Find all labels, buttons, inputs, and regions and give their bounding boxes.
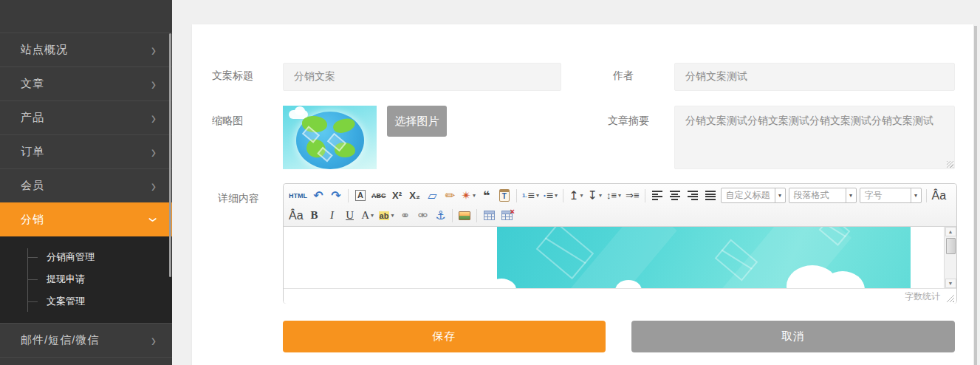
sidebar-item-站点概况[interactable]: 站点概况›	[0, 33, 172, 66]
align-left-icon-glyph	[652, 191, 662, 200]
page-scrollbar[interactable]	[974, 26, 977, 365]
sidebar-item-文章[interactable]: 文章›	[0, 66, 172, 100]
align-justify-icon[interactable]	[702, 188, 719, 204]
bold-icon[interactable]: B	[306, 208, 323, 224]
chevron-down-icon: ▾	[618, 192, 621, 199]
lowercase-icon-glyph: Âa	[289, 209, 304, 222]
page: 站点概况›文章›产品›订单›会员›分销›分销商管理提现申请文案管理邮件/短信/微…	[0, 0, 980, 365]
sidebar-item-label: 站点概况	[21, 43, 151, 57]
bar	[688, 191, 698, 192]
remove-format-icon[interactable]: ABC	[370, 188, 388, 204]
toolbar-separator	[476, 209, 477, 222]
editor-scrollbar: ▲ ▼	[944, 227, 956, 288]
sidebar-item-邮件/短信/微信[interactable]: 邮件/短信/微信›	[0, 323, 172, 357]
scroll-up-icon[interactable]: ▲	[945, 227, 956, 236]
eraser-icon[interactable]: ▱	[425, 188, 441, 204]
link-icon[interactable]: ⚭	[397, 208, 413, 224]
summary-textarea[interactable]: 分销文案测试分销文案测试分销文案测试分销文案测试	[674, 106, 955, 169]
blockquote-icon[interactable]: ❝	[479, 188, 495, 204]
author-label: 作者	[613, 69, 634, 83]
align-center-icon[interactable]	[667, 188, 683, 204]
chevron-down-icon: ▾	[371, 212, 374, 219]
bar	[671, 194, 677, 195]
submenu-item-label: 文案管理	[47, 295, 85, 308]
paste-text-icon[interactable]: T	[496, 188, 513, 204]
sidebar-item-订单[interactable]: 订单›	[0, 134, 172, 168]
save-button[interactable]: 保存	[283, 321, 606, 352]
indent-icon[interactable]: ⇒≡	[624, 188, 640, 204]
insert-image-icon[interactable]	[456, 208, 473, 224]
chevron-right-icon: ›	[151, 75, 156, 93]
lowercase-icon[interactable]: Âa	[287, 208, 305, 224]
anchor-icon-glyph: ⚓	[435, 208, 445, 222]
custom-title-select[interactable]: 自定义标题▾	[721, 188, 786, 203]
auto-typeset-icon[interactable]: ✴▾	[460, 188, 477, 204]
submenu-item-分销商管理[interactable]: 分销商管理	[0, 246, 172, 268]
redo-icon[interactable]: ↷	[328, 188, 344, 204]
chevron-right-icon: ›	[151, 143, 156, 161]
chevron-right-icon: ›	[151, 109, 156, 127]
unordered-list-icon[interactable]: •≡▾	[542, 188, 559, 204]
chevron-right-icon: ›	[151, 41, 156, 59]
format-brush-icon[interactable]: ✏	[442, 188, 459, 204]
unlink-icon[interactable]: ⚮	[414, 208, 431, 224]
source-code-icon[interactable]: HTML	[287, 188, 309, 204]
cancel-button[interactable]: 取消	[631, 321, 955, 352]
link-icon-glyph: ⚭	[400, 208, 410, 222]
title-input[interactable]	[283, 63, 561, 91]
ordered-list-icon[interactable]: 1.≡▾	[521, 188, 541, 204]
line-height-icon-glyph: ↕≡	[606, 190, 617, 201]
paragraph-spacing-top-icon[interactable]: ↥▾	[567, 188, 584, 204]
paragraph-spacing-bottom-icon[interactable]: ↧▾	[586, 188, 603, 204]
editor-status-bar: 字数统计	[284, 288, 956, 304]
line-height-icon[interactable]: ↕≡▾	[605, 188, 623, 204]
choose-image-button[interactable]: 选择图片	[387, 106, 447, 137]
uppercase-icon[interactable]: Âa	[931, 188, 948, 204]
thumbnail-label: 缩略图	[212, 115, 243, 128]
font-size-select[interactable]: 字号▾	[860, 188, 922, 203]
author-input[interactable]	[674, 63, 955, 91]
sidebar-header	[0, 0, 172, 33]
italic-icon[interactable]: I	[324, 208, 340, 224]
redo-icon-glyph: ↷	[331, 188, 340, 202]
editor-scrollbar-thumb[interactable]	[946, 238, 956, 254]
textarea-resize-grip[interactable]	[947, 161, 953, 168]
sidebar-item-会员[interactable]: 会员›	[0, 168, 172, 202]
font-family-icon[interactable]: A	[352, 188, 369, 204]
unordered-list-icon-glyph: ≡	[546, 189, 553, 202]
bar	[670, 191, 680, 192]
subscript-icon[interactable]: X₂	[407, 188, 423, 204]
format-brush-icon-glyph: ✏	[445, 188, 455, 202]
submenu-item-文案管理[interactable]: 文案管理	[0, 290, 172, 313]
align-left-icon[interactable]	[649, 188, 665, 204]
sidebar-item-label: 产品	[21, 111, 151, 125]
eraser-icon-glyph: ▱	[428, 188, 436, 202]
insert-table-icon[interactable]	[481, 208, 497, 224]
globe-image	[296, 112, 364, 169]
unlink-icon-glyph: ⚮	[418, 208, 428, 222]
highlight-color-icon[interactable]: ab▾	[377, 208, 396, 224]
editor-content-area[interactable]: ▲ ▼	[284, 227, 956, 288]
editor-resize-grip[interactable]	[946, 294, 954, 302]
anchor-icon[interactable]: ⚓	[432, 208, 448, 224]
align-right-icon[interactable]	[685, 188, 701, 204]
superscript-icon[interactable]: X²	[389, 188, 405, 204]
submenu-item-提现申请[interactable]: 提现申请	[0, 268, 172, 290]
font-color-icon[interactable]: A▾	[360, 208, 376, 224]
cloud-shape	[295, 106, 305, 115]
font-color-icon-glyph: A	[361, 209, 369, 222]
chevron-down-icon: ▾	[536, 192, 539, 199]
paragraph-format-select[interactable]: 段落格式▾	[789, 188, 857, 203]
sidebar-scrollbar-thumb[interactable]	[169, 33, 171, 277]
undo-icon[interactable]: ↶	[310, 188, 326, 204]
delete-table-icon[interactable]: ×	[498, 208, 515, 224]
undo-icon-glyph: ↶	[313, 188, 323, 202]
insert-image-icon-glyph	[459, 211, 470, 220]
sidebar-item-分销[interactable]: 分销›	[0, 202, 172, 236]
custom-title-select-value: 自定义标题	[722, 189, 775, 202]
sidebar-item-label: 分销	[21, 213, 151, 227]
scroll-down-icon[interactable]: ▼	[945, 279, 956, 288]
sidebar-item-产品[interactable]: 产品›	[0, 100, 172, 134]
tree-branch	[27, 279, 38, 280]
underline-icon[interactable]: U	[342, 208, 358, 224]
